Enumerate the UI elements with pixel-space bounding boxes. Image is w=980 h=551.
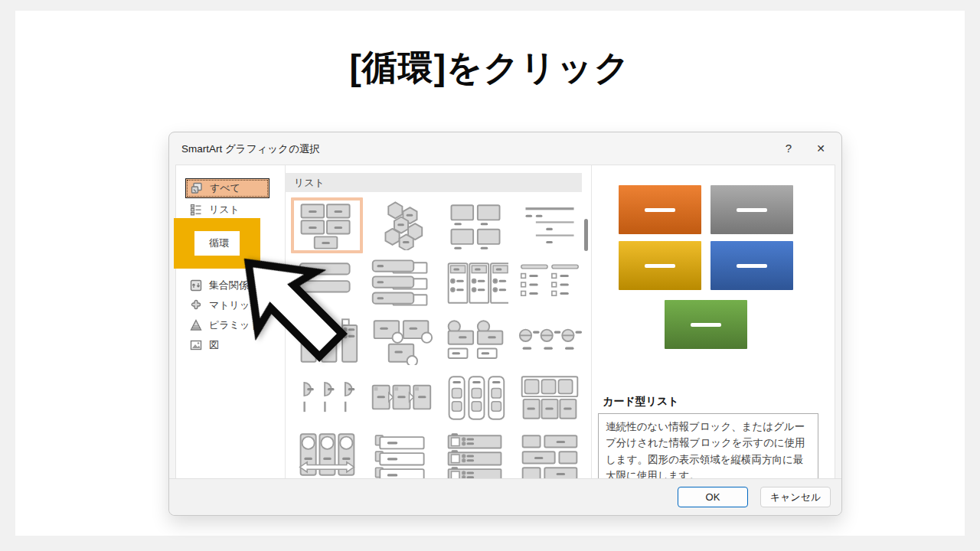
gray-card — [710, 185, 793, 234]
sidebar-item-図[interactable]: 図 — [185, 336, 224, 354]
layout-thumbnail-mosaic-grid-thumb[interactable] — [514, 427, 586, 479]
layout-thumbnail-card-list-thumb[interactable] — [291, 197, 363, 253]
picture-caption-blocks-thumb — [443, 201, 508, 250]
layout-thumbnail-text-line-list-thumb[interactable] — [514, 197, 586, 253]
sidebar-item-label: すべて — [210, 181, 240, 195]
tab-bars-thumb — [368, 259, 434, 308]
blue-card — [710, 241, 793, 290]
circle-dash-row-thumb — [517, 316, 583, 365]
matrix-icon — [190, 299, 202, 311]
card-text-placeholder — [645, 264, 675, 268]
list-icon — [190, 204, 202, 216]
layout-thumbnail-grid-table-thumb[interactable] — [514, 370, 586, 425]
layout-name: カード型リスト — [603, 395, 679, 409]
hexagon-cluster-thumb — [368, 201, 434, 250]
circle-bar-arrow-thumb — [294, 431, 360, 480]
column-cards-thumb — [443, 259, 508, 308]
layout-thumbnail-hexagon-cluster-thumb[interactable] — [365, 197, 437, 253]
layout-thumbnail-chevron-cards-thumb[interactable] — [365, 370, 437, 425]
green-card — [665, 300, 747, 349]
layout-thumbnail-bullet-columns-thumb[interactable] — [514, 255, 586, 311]
layout-thumbnail-picture-caption-blocks-thumb[interactable] — [439, 197, 511, 253]
card-text-placeholder — [737, 264, 767, 268]
circle-label-cards-thumb — [443, 316, 508, 365]
sidebar-item-label: リスト — [209, 203, 240, 217]
sidebar-item-label: 循環 — [209, 236, 229, 250]
layout-thumbnail-column-cards-thumb[interactable] — [439, 255, 511, 311]
all-icon — [191, 182, 203, 194]
dialog-footer: OK キャンセル — [169, 478, 841, 515]
scrollbar-thumb-handle[interactable] — [584, 219, 588, 251]
chevron-cards-thumb — [368, 373, 434, 422]
orange-card — [619, 185, 701, 234]
dialog-titlebar[interactable]: SmartArt グラフィックの選択 ? ✕ — [169, 132, 841, 165]
layout-thumbnail-circle-label-cards-thumb[interactable] — [439, 312, 511, 368]
dialog-title: SmartArt グラフィックの選択 — [181, 142, 320, 156]
pyramid-icon — [190, 319, 202, 331]
card-list-thumb — [294, 201, 360, 250]
bullet-columns-thumb — [517, 259, 583, 308]
text-line-list-thumb — [517, 201, 583, 250]
picture-icon — [190, 339, 202, 351]
sidebar-item-循環[interactable]: 循環 — [194, 231, 240, 256]
card-text-placeholder — [645, 208, 675, 212]
corner-circle-cards-thumb — [368, 316, 434, 365]
tab-line-rows-thumb — [368, 431, 434, 480]
icon-bullet-bars-thumb — [443, 431, 508, 480]
gallery-header: リスト — [285, 173, 582, 192]
layout-thumbnail-tab-bars-thumb[interactable] — [365, 255, 437, 311]
mosaic-grid-thumb — [517, 431, 583, 480]
preview-diagram — [592, 165, 835, 395]
pill-columns-thumb — [443, 373, 508, 422]
preview-pane: カード型リスト 連続性のない情報ブロック、またはグループ分けされた情報ブロックを… — [591, 165, 835, 479]
close-icon[interactable]: ✕ — [808, 139, 834, 158]
cancel-button[interactable]: キャンセル — [760, 487, 831, 507]
layout-thumbnail-icon-bullet-bars-thumb[interactable] — [439, 427, 511, 479]
sidebar-item-label: 図 — [209, 338, 219, 352]
grid-table-thumb — [517, 373, 583, 422]
layout-thumbnail-corner-circle-cards-thumb[interactable] — [365, 312, 437, 368]
card-text-placeholder — [691, 323, 721, 327]
page-title: [循環]をクリック — [15, 44, 965, 92]
ok-button[interactable]: OK — [678, 487, 748, 507]
sidebar-item-すべて[interactable]: すべて — [185, 178, 270, 198]
layout-thumbnail-circle-bar-arrow-thumb[interactable] — [291, 427, 363, 479]
gallery-scrollbar[interactable] — [584, 197, 589, 479]
help-icon[interactable]: ? — [776, 139, 802, 158]
sidebar-item-リスト[interactable]: リスト — [185, 201, 244, 219]
slide-background: [循環]をクリック SmartArt グラフィックの選択 ? ✕ すべてリスト循… — [15, 11, 965, 536]
card-text-placeholder — [737, 208, 767, 212]
layout-thumbnail-tab-line-rows-thumb[interactable] — [365, 427, 437, 479]
layout-thumbnail-circle-dash-row-thumb[interactable] — [514, 312, 586, 368]
gold-card — [619, 241, 701, 290]
layout-thumbnail-pill-columns-thumb[interactable] — [439, 370, 511, 425]
relationship-icon — [190, 279, 202, 292]
